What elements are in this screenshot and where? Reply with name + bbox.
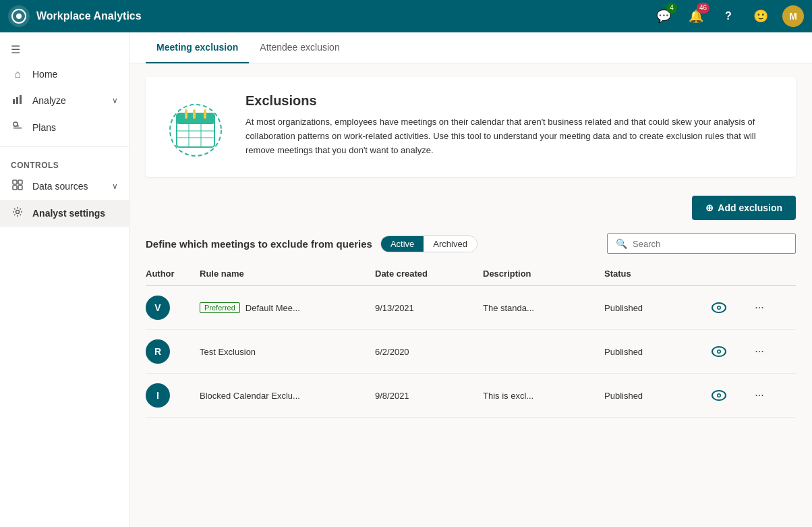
svg-rect-8: [13, 180, 17, 184]
exclusions-icon: [162, 93, 229, 161]
author-cell-0: V: [146, 296, 200, 320]
search-icon: 🔍: [616, 238, 627, 249]
rule-name-0: Default Mee...: [245, 303, 300, 313]
view-button-2[interactable]: [699, 390, 739, 401]
table-row: R Test Exclusion 6/2/2020 Published ···: [146, 330, 796, 374]
controls-label: Controls: [0, 152, 129, 173]
add-icon: ⊕: [705, 202, 714, 213]
filter-tabs: Active Archived: [380, 235, 477, 252]
filter-title: Define which meetings to exclude from qu…: [146, 238, 372, 250]
svg-point-1: [16, 13, 22, 19]
col-rule-name: Rule name: [200, 269, 375, 279]
date-cell-1: 6/2/2020: [375, 347, 483, 357]
sidebar: ☰ ⌂ Home Analyze ∨ Plans Controls: [0, 32, 129, 527]
status-cell-1: Published: [604, 347, 699, 357]
status-cell-0: Published: [604, 303, 699, 313]
add-exclusion-label: Add exclusion: [718, 202, 782, 213]
analyst-settings-icon: [11, 206, 24, 220]
topbar-actions: 💬 4 🔔 46 ? 🙂 M: [653, 5, 804, 27]
analyze-chevron-icon: ∨: [112, 96, 118, 105]
col-author: Author: [146, 269, 200, 279]
search-input[interactable]: [633, 239, 787, 249]
svg-point-28: [718, 351, 720, 353]
svg-rect-4: [20, 95, 22, 104]
actions-bar: ⊕ Add exclusion: [129, 190, 812, 228]
main-layout: ☰ ⌂ Home Analyze ∨ Plans Controls: [0, 32, 812, 527]
svg-rect-11: [18, 186, 22, 190]
svg-rect-3: [16, 97, 18, 104]
data-sources-chevron-icon: ∨: [112, 182, 118, 191]
desc-cell-0: The standa...: [483, 303, 604, 313]
info-card-description: At most organizations, employees have me…: [245, 115, 780, 157]
sidebar-item-analyst-settings[interactable]: Analyst settings: [0, 200, 129, 227]
sidebar-item-data-sources[interactable]: Data sources ∨: [0, 173, 129, 200]
sidebar-divider: [0, 146, 129, 147]
table-container: Author Rule name Date created Descriptio…: [129, 262, 812, 418]
svg-rect-2: [13, 99, 15, 104]
svg-rect-16: [185, 109, 187, 119]
feedback-button[interactable]: 🙂: [750, 5, 772, 27]
sidebar-data-sources-label: Data sources: [32, 181, 104, 192]
app-logo: [8, 5, 30, 27]
sidebar-item-plans[interactable]: Plans: [0, 114, 129, 141]
sidebar-item-analyze[interactable]: Analyze ∨: [0, 87, 129, 114]
svg-rect-18: [193, 109, 196, 119]
svg-point-25: [718, 307, 720, 309]
more-button-2[interactable]: ···: [739, 389, 780, 401]
status-cell-2: Published: [604, 391, 699, 401]
rule-name-2: Blocked Calendar Exclu...: [200, 391, 300, 401]
view-button-1[interactable]: [699, 346, 739, 357]
svg-point-12: [16, 211, 20, 214]
hamburger-button[interactable]: ☰: [0, 32, 129, 61]
info-card-title: Exclusions: [245, 93, 780, 109]
topbar: Workplace Analytics 💬 4 🔔 46 ? 🙂 M: [0, 0, 812, 32]
col-view: [699, 269, 739, 279]
notifications-button[interactable]: 🔔 46: [685, 5, 707, 27]
filter-tab-active[interactable]: Active: [381, 236, 424, 252]
tab-attendee-exclusion[interactable]: Attendee exclusion: [249, 32, 350, 63]
avatar-v: V: [146, 296, 170, 320]
sidebar-home-label: Home: [32, 69, 118, 80]
info-card: Exclusions At most organizations, employ…: [146, 77, 796, 177]
add-exclusion-button[interactable]: ⊕ Add exclusion: [692, 196, 796, 220]
rule-name-cell-1: Test Exclusion: [200, 347, 375, 357]
plans-icon: [11, 121, 24, 134]
sidebar-item-home[interactable]: ⌂ Home: [0, 61, 129, 87]
author-cell-1: R: [146, 339, 200, 364]
col-more: [739, 269, 780, 279]
filter-tab-archived[interactable]: Archived: [424, 236, 477, 252]
svg-rect-10: [13, 186, 17, 190]
content-area: Meeting exclusion Attendee exclusion: [129, 32, 812, 527]
rule-name-1: Test Exclusion: [200, 347, 256, 357]
messages-badge: 4: [666, 3, 677, 13]
tab-meeting-exclusion[interactable]: Meeting exclusion: [146, 32, 249, 63]
col-status: Status: [604, 269, 699, 279]
date-cell-2: 9/8/2021: [375, 391, 483, 401]
col-date-created: Date created: [375, 269, 483, 279]
data-sources-icon: [11, 179, 24, 193]
date-cell-0: 9/13/2021: [375, 303, 483, 313]
view-button-0[interactable]: [699, 302, 739, 313]
desc-cell-2: This is excl...: [483, 391, 604, 401]
info-card-content: Exclusions At most organizations, employ…: [245, 93, 780, 157]
rule-name-cell-0: Preferred Default Mee...: [200, 302, 375, 313]
table-row: I Blocked Calendar Exclu... 9/8/2021 Thi…: [146, 374, 796, 418]
more-button-0[interactable]: ···: [739, 302, 780, 314]
more-button-1[interactable]: ···: [739, 345, 780, 358]
table-header: Author Rule name Date created Descriptio…: [146, 262, 796, 286]
tabs-bar: Meeting exclusion Attendee exclusion: [129, 32, 812, 63]
avatar-i: I: [146, 383, 170, 408]
avatar-r: R: [146, 339, 170, 364]
svg-rect-17: [204, 109, 206, 119]
messages-button[interactable]: 💬 4: [653, 5, 674, 27]
help-button[interactable]: ?: [718, 5, 739, 27]
svg-rect-9: [18, 180, 22, 184]
app-title: Workplace Analytics: [36, 10, 646, 22]
user-avatar[interactable]: M: [782, 5, 804, 27]
filter-left: Define which meetings to exclude from qu…: [146, 235, 477, 252]
analyze-icon: [11, 94, 24, 107]
sidebar-analyst-settings-label: Analyst settings: [32, 208, 118, 219]
rule-name-cell-2: Blocked Calendar Exclu...: [200, 391, 375, 401]
home-icon: ⌂: [11, 68, 24, 80]
col-description: Description: [483, 269, 604, 279]
